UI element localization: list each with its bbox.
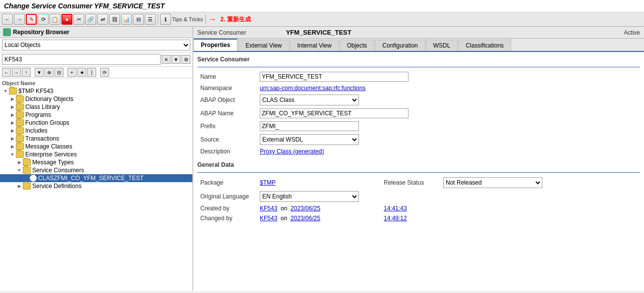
entsvcs-toggle-icon[interactable]: ▼	[9, 151, 16, 158]
nav-forward-button[interactable]: →	[12, 68, 21, 77]
created-on-date[interactable]: 2023/06/25	[291, 205, 320, 212]
left-panel: Repository Browser Local Objects ✕ ▼ ⚙ ←…	[0, 27, 193, 291]
changed-by-link[interactable]: KF543	[260, 215, 277, 222]
refresh-tree-button[interactable]: ⟳	[100, 68, 109, 77]
search-input[interactable]	[2, 54, 161, 65]
copy-button[interactable]: 📋	[50, 14, 60, 25]
list-item[interactable]: ▶ Class Library	[0, 103, 192, 111]
connect-button[interactable]: ⛓	[109, 14, 120, 25]
release-status-value: Not Released	[440, 176, 640, 190]
nav-up-button[interactable]: ↑	[22, 68, 31, 77]
service-consumer-header: Service Consumer YFM_SERVICE_TEST Active	[193, 27, 644, 39]
dict-toggle-icon[interactable]: ▶	[9, 96, 16, 102]
grid-button[interactable]: ⊟	[133, 14, 144, 25]
source-select[interactable]: External WSDL	[260, 134, 359, 145]
description-link[interactable]: Proxy Class (generated)	[260, 148, 324, 155]
changed-on-time[interactable]: 14:49:12	[384, 215, 407, 222]
star-button[interactable]: ★	[77, 68, 86, 77]
package-label: Package	[197, 176, 257, 190]
changed-on-date[interactable]: 2023/06/25	[291, 215, 320, 222]
msgclasses-toggle-icon[interactable]: ▶	[9, 143, 16, 150]
created-by-link[interactable]: KF543	[260, 205, 277, 212]
includes-label: Includes	[25, 127, 48, 134]
msgtypes-toggle-icon[interactable]: ▶	[16, 159, 23, 166]
tab-configuration[interactable]: Configuration	[375, 40, 425, 51]
clear-search-button[interactable]: ✕	[162, 55, 171, 64]
repo-browser-header: Repository Browser	[0, 27, 192, 38]
tab-objects[interactable]: Objects	[340, 40, 375, 51]
transfer-button[interactable]: ⇌	[97, 14, 108, 25]
collapse-button[interactable]: ⊟	[55, 68, 63, 77]
separator-1	[158, 14, 158, 24]
list-item[interactable]: ▶ Message Types	[0, 158, 192, 166]
list-item[interactable]: ▶ Dictionary Objects	[0, 95, 192, 103]
object-filter-select[interactable]: Local Objects	[2, 40, 190, 50]
orig-lang-select[interactable]: EN English	[260, 191, 359, 202]
tree-root-item[interactable]: ▼ $TMP KF543	[0, 87, 192, 95]
list-item[interactable]: ▶ Includes	[0, 127, 192, 135]
tab-wsdl[interactable]: WSDL	[426, 40, 458, 51]
list-item[interactable]: ▼ Enterprise Services	[0, 150, 192, 158]
tab-classifications[interactable]: Classifications	[458, 40, 511, 51]
cut-button[interactable]: ✂	[73, 14, 84, 25]
root-toggle-icon[interactable]: ▼	[2, 88, 9, 95]
list-item[interactable]: ▶ Message Classes	[0, 143, 192, 150]
name-input[interactable]	[260, 72, 409, 82]
nav-back-button[interactable]: ←	[2, 68, 11, 77]
includes-folder-icon	[16, 127, 24, 134]
refresh-button[interactable]: ⟳	[38, 14, 49, 25]
tab-internal-view[interactable]: Internal View	[290, 40, 339, 51]
created-on-label: on	[281, 205, 287, 212]
expand-button[interactable]: ⊕	[45, 68, 54, 77]
back-button[interactable]: ←	[2, 14, 13, 25]
info-button[interactable]: ℹ	[160, 14, 171, 25]
link-button[interactable]: 🔗	[85, 14, 96, 25]
list-item[interactable]: ▶ Service Definitions	[0, 182, 192, 190]
created-on-time[interactable]: 14:41:43	[384, 205, 407, 212]
orig-lang-label: Original Language	[197, 190, 257, 203]
prefix-input[interactable]	[260, 121, 359, 131]
release-status-select[interactable]: Not Released	[443, 177, 542, 188]
search-down-button[interactable]: ▼	[172, 55, 180, 64]
classlib-toggle-icon[interactable]: ▶	[9, 103, 16, 110]
activate-button[interactable]: ●	[61, 14, 72, 25]
svcdef-folder-icon	[23, 183, 31, 190]
funcgroups-toggle-icon[interactable]: ▶	[9, 119, 16, 126]
edit-button[interactable]: ✎	[26, 14, 37, 25]
list-item[interactable]: CLASZFMI_CO_YFM_SERVICE_TEST	[0, 174, 192, 182]
changed-by-label: Changed by	[197, 213, 257, 223]
chart-button[interactable]: 📊	[121, 14, 132, 25]
dict-label: Dictionary Objects	[25, 96, 73, 102]
list-item[interactable]: ▼ Service Consumers	[0, 166, 192, 174]
svcdef-toggle-icon[interactable]: ▶	[16, 183, 23, 190]
list-item[interactable]: ▶ Transactions	[0, 135, 192, 143]
programs-toggle-icon[interactable]: ▶	[9, 111, 16, 118]
search-row: ✕ ▼ ⚙	[0, 52, 192, 67]
filter-button[interactable]: ▼	[35, 68, 44, 77]
namespace-link[interactable]: urn:sap-com:document:sap:rfc:functions	[260, 85, 365, 92]
list-item[interactable]: ▶ Programs	[0, 111, 192, 119]
add-button[interactable]: +	[67, 68, 76, 77]
menu-button[interactable]: ☰	[145, 14, 156, 25]
table-row: Package $TMP Release Status Not Released	[197, 176, 640, 190]
tab-properties[interactable]: Properties	[193, 39, 237, 51]
includes-toggle-icon[interactable]: ▶	[9, 127, 16, 134]
forward-button[interactable]: →	[14, 14, 25, 25]
settings-icon-button[interactable]: ⚙	[181, 55, 190, 64]
separator-2	[205, 14, 206, 24]
toolbar: ← → ✎ ⟳ 📋 ● ✂ 🔗 ⇌ ⛓ 📊 ⊟ ☰ ℹ Tips & Trick…	[0, 12, 644, 27]
abap-object-select[interactable]: CLAS Class	[260, 95, 359, 105]
classlib-label: Class Library	[25, 103, 60, 110]
tab-external-view[interactable]: External View	[238, 40, 289, 51]
table-row: Namespace urn:sap-com:document:sap:rfc:f…	[197, 83, 640, 93]
list-item[interactable]: ▶ Function Groups	[0, 119, 192, 127]
programs-folder-icon	[16, 111, 24, 118]
bookmark-button[interactable]: |	[87, 68, 96, 77]
table-row: Name	[197, 70, 640, 83]
svcconsumers-toggle-icon[interactable]: ▼	[16, 167, 23, 174]
transactions-toggle-icon[interactable]: ▶	[9, 135, 16, 142]
abap-name-input[interactable]	[260, 108, 409, 118]
abap-object-label: ABAP Object	[197, 93, 257, 107]
msgclasses-label: Message Classes	[25, 143, 72, 150]
package-link[interactable]: $TMP	[260, 179, 276, 186]
